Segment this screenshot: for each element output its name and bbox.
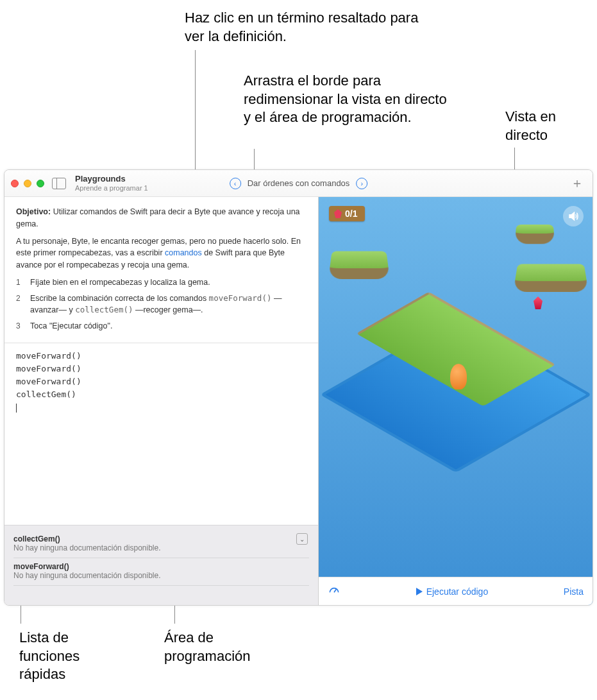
titlebar: Playgrounds Aprende a programar 1 ‹ Dar …: [4, 170, 593, 197]
minimize-window-button[interactable]: [24, 180, 31, 187]
close-window-button[interactable]: [11, 180, 19, 187]
page-name[interactable]: Dar órdenes con comandos: [248, 178, 350, 188]
instruction-step-3: Toca "Ejecutar código".: [16, 320, 307, 332]
gem-icon: [334, 209, 342, 218]
speaker-icon: [568, 210, 579, 222]
callout-live-view: Vista en directo: [505, 108, 589, 144]
app-window: Playgrounds Aprende a programar 1 ‹ Dar …: [4, 169, 593, 606]
shortcut-item[interactable]: collectGem() No hay ninguna documentació…: [13, 531, 309, 558]
play-icon: [416, 588, 423, 595]
step2-cmd1: moveForward(): [209, 293, 272, 303]
floating-island: [515, 225, 555, 244]
gem-counter-badge: 0/1: [329, 206, 365, 221]
gem-counter-text: 0/1: [345, 209, 357, 219]
floating-island: [513, 264, 588, 292]
floating-island: [328, 252, 390, 279]
callout-highlight-term: Haz clic en un término resaltado para ve…: [185, 9, 428, 46]
step2-cmd2: collectGem(): [75, 305, 133, 314]
code-line[interactable]: collectGem(): [16, 388, 307, 401]
window-subtitle: Aprende a programar 1: [75, 184, 148, 192]
add-page-button[interactable]: ＋: [571, 175, 584, 192]
code-line[interactable]: moveForward(): [16, 350, 307, 363]
window-controls: [11, 180, 44, 187]
instructions-panel: Objetivo: Utilizar comandos de Swift par…: [4, 197, 318, 343]
highlighted-term-link[interactable]: comandos: [165, 248, 202, 257]
objective-label: Objetivo:: [16, 207, 51, 216]
gauge-icon: [328, 584, 341, 597]
code-editor[interactable]: moveForward() moveForward() moveForward(…: [4, 343, 318, 525]
text-cursor: [16, 404, 17, 413]
callout-code-area: Área de programación: [164, 629, 292, 665]
sound-toggle-button[interactable]: [563, 206, 584, 226]
hint-button[interactable]: Pista: [564, 586, 584, 597]
code-line[interactable]: moveForward(): [16, 363, 307, 375]
shortcut-name: collectGem(): [13, 534, 309, 543]
callout-drag-border: Arrastra el borde para redimensionar la …: [244, 72, 449, 127]
objective-text: Utilizar comandos de Swift para decir a …: [16, 207, 300, 228]
instruction-step-2: Escribe la combinación correcta de los c…: [16, 293, 307, 317]
puzzle-scene[interactable]: 0/1: [319, 197, 593, 577]
live-view-pane: 0/1 Ejecutar código: [319, 197, 593, 605]
live-view-toolbar: Ejecutar código Pista: [319, 577, 593, 605]
run-code-button[interactable]: Ejecutar código: [416, 586, 489, 597]
gem-icon: [534, 296, 542, 309]
shortcut-desc: No hay ninguna documentación disponible.: [13, 571, 309, 580]
shortcuts-collapse-button[interactable]: ⌄: [296, 533, 308, 545]
shortcut-item[interactable]: moveForward() No hay ninguna documentaci…: [13, 558, 309, 586]
next-page-button[interactable]: ›: [356, 178, 367, 189]
shortcut-desc: No hay ninguna documentación disponible.: [13, 543, 309, 552]
page-navigator: ‹ Dar órdenes con comandos ›: [230, 178, 368, 189]
fullscreen-window-button[interactable]: [37, 180, 44, 187]
run-code-label: Ejecutar código: [426, 586, 489, 597]
main-split: Objetivo: Utilizar comandos de Swift par…: [4, 197, 593, 605]
left-pane: Objetivo: Utilizar comandos de Swift par…: [4, 197, 319, 605]
shortcuts-bar: collectGem() No hay ninguna documentació…: [4, 525, 318, 605]
callout-shortcuts: Lista de funciones rápidas: [19, 629, 122, 684]
sidebar-toggle-icon[interactable]: [52, 178, 66, 189]
code-line[interactable]: moveForward(): [16, 375, 307, 388]
shortcut-name: moveForward(): [13, 562, 309, 571]
step2-pre: Escribe la combinación correcta de los c…: [30, 294, 209, 303]
instruction-step-1: Fíjate bien en el rompecabezas y localiz…: [16, 277, 307, 289]
window-title: Playgrounds: [75, 175, 148, 184]
step2-mid2: —recoger gema—.: [133, 305, 203, 314]
prev-page-button[interactable]: ‹: [230, 178, 241, 189]
byte-character: [450, 364, 467, 389]
speed-button[interactable]: [328, 584, 341, 599]
title-block: Playgrounds Aprende a programar 1: [75, 175, 148, 191]
